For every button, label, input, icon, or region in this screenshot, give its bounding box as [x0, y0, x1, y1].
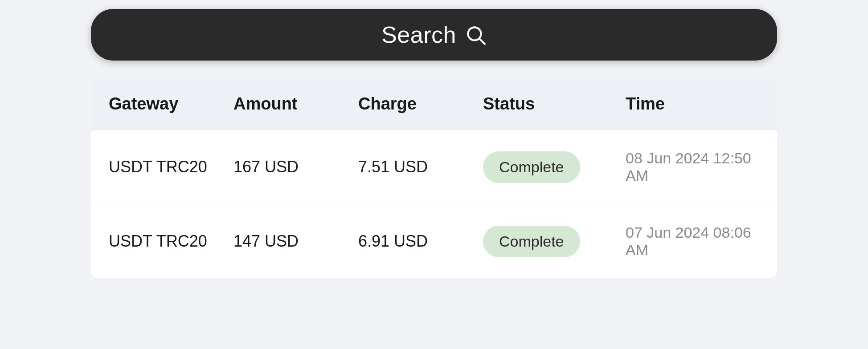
svg-line-1: [479, 39, 484, 44]
search-icon: [464, 24, 487, 46]
amount-value: 147 USD: [233, 232, 358, 251]
search-bar-container: Search: [91, 9, 777, 61]
charge-value: 6.91 USD: [358, 232, 483, 251]
time-value: 08 Jun 2024 12:50 AM: [626, 150, 759, 184]
table-row[interactable]: USDT TRC20 147 USD 6.91 USD Complete 07 …: [91, 204, 777, 278]
status-cell: Complete: [483, 226, 626, 257]
amount-value: 167 USD: [233, 158, 358, 176]
search-bar[interactable]: Search: [91, 9, 777, 61]
gateway-value: USDT TRC20: [109, 158, 233, 176]
header-time: Time: [626, 94, 759, 114]
status-badge: Complete: [483, 226, 580, 257]
transactions-table: Gateway Amount Charge Status Time USDT T…: [91, 78, 777, 278]
search-label: Search: [381, 21, 456, 48]
time-value: 07 Jun 2024 08:06 AM: [626, 224, 759, 259]
header-charge: Charge: [358, 94, 483, 114]
charge-value: 7.51 USD: [358, 158, 483, 176]
header-amount: Amount: [233, 94, 358, 114]
table-row[interactable]: USDT TRC20 167 USD 7.51 USD Complete 08 …: [91, 130, 777, 204]
status-cell: Complete: [483, 151, 626, 183]
header-gateway: Gateway: [109, 94, 233, 114]
table-header: Gateway Amount Charge Status Time: [91, 78, 777, 130]
gateway-value: USDT TRC20: [109, 232, 233, 251]
status-badge: Complete: [483, 151, 580, 183]
header-status: Status: [483, 94, 626, 114]
